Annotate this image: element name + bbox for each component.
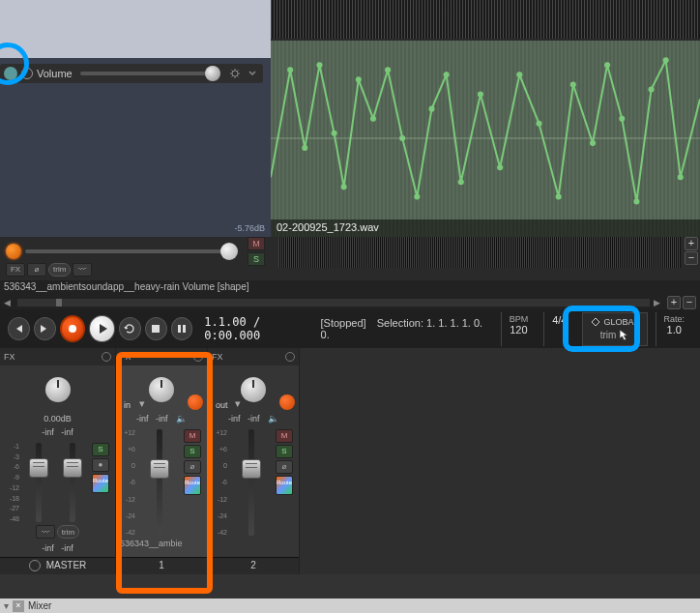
peak-r: -inf	[248, 414, 260, 423]
chevron-down-icon[interactable]: ▾	[235, 397, 241, 410]
trim-button[interactable]: trim	[57, 525, 79, 539]
info-icon[interactable]	[29, 560, 41, 571]
fader-handle[interactable]	[29, 458, 48, 478]
waveform-overview[interactable]	[271, 0, 700, 39]
mixer-channel-2: FX out ▾ -inf -inf 🔈 +12+60-6-12-24-42	[208, 348, 300, 574]
solo-button[interactable]: S	[92, 443, 109, 456]
mixer-channel-1: FX in ▾ -inf -inf 🔈 +12+60-6-12-24-42	[116, 348, 208, 574]
bpm-box[interactable]: BPM 120	[501, 312, 537, 346]
fader-scale: +12+60-6-12-24-42	[212, 429, 227, 536]
chevron-down-icon[interactable]: ▾	[139, 397, 145, 410]
play-button[interactable]	[89, 315, 115, 342]
env-icon[interactable]: 〰	[73, 263, 92, 277]
mixer-panel: FX 0.00dB -inf -inf -1-3-6-9-12-18-27-48	[0, 348, 700, 574]
loop-button[interactable]	[119, 317, 141, 340]
record-arm-button[interactable]	[279, 394, 295, 410]
svg-point-3	[316, 62, 322, 68]
fader-handle[interactable]	[63, 458, 82, 478]
clip-filename: 02-200925_1723.wav	[271, 219, 700, 237]
fx-label[interactable]: FX	[120, 352, 131, 362]
svg-point-21	[604, 62, 610, 68]
waveform-thumbnail[interactable]	[278, 237, 681, 268]
horizontal-scrollbar[interactable]: ◀ ▶ + −	[0, 296, 700, 309]
zoom-in-button[interactable]: +	[685, 237, 698, 250]
phase-icon[interactable]: ø	[27, 263, 46, 277]
scroll-right-icon[interactable]: ▶	[654, 298, 663, 307]
mute-button[interactable]: M	[184, 429, 201, 443]
record-arm-button[interactable]	[6, 244, 21, 259]
rate-value[interactable]: 1.0	[667, 324, 682, 336]
peak-r: -inf	[61, 427, 73, 437]
solo-button[interactable]: S	[276, 445, 293, 458]
global-envelope-box[interactable]: GLOBAL trim	[582, 312, 647, 346]
speaker-icon[interactable]: 🔈	[176, 414, 187, 423]
stop-button[interactable]	[145, 317, 167, 340]
fx-button[interactable]: FX	[6, 263, 25, 277]
zoom-out-button[interactable]: −	[685, 251, 698, 265]
record-arm-button[interactable]	[188, 394, 203, 410]
trim-button[interactable]: trim	[48, 263, 71, 277]
hzoom-out-button[interactable]: −	[683, 296, 696, 309]
pan-knob[interactable]	[149, 377, 174, 402]
phase-button[interactable]: ø	[184, 460, 201, 474]
envelope-editor[interactable]: 02-200925_1723.wav	[271, 41, 700, 237]
chevron-down-icon[interactable]: ▾	[4, 600, 9, 611]
input-label[interactable]: in	[124, 400, 131, 410]
goto-end-button[interactable]	[34, 317, 56, 340]
volume-slider[interactable]	[80, 72, 220, 75]
timesig-value[interactable]: 4/4	[552, 314, 567, 326]
chevron-down-icon[interactable]	[246, 67, 259, 80]
volume-envelope-bar[interactable]: Volume	[0, 64, 263, 83]
track-slider-thumb[interactable]	[220, 243, 238, 260]
close-icon[interactable]: ×	[13, 600, 24, 612]
fader-handle[interactable]	[150, 459, 169, 479]
channel-fader[interactable]	[157, 429, 162, 536]
pan-knob[interactable]	[45, 377, 71, 402]
fx-label[interactable]: FX	[212, 352, 223, 362]
svg-point-12	[444, 72, 450, 77]
speaker-icon[interactable]: 🔈	[268, 414, 278, 423]
scroll-left-icon[interactable]: ◀	[4, 298, 14, 307]
bpm-value[interactable]: 120	[510, 324, 527, 336]
svg-point-19	[570, 81, 576, 87]
output-label[interactable]: out	[216, 400, 228, 410]
channel-number[interactable]: 1	[116, 557, 207, 574]
goto-start-button[interactable]	[8, 317, 30, 340]
timecode-display[interactable]: 1.1.00 / 0:00.000	[204, 315, 316, 342]
route-button[interactable]: Route	[184, 476, 201, 495]
track-volume-slider[interactable]	[25, 249, 238, 253]
channel-fader[interactable]	[248, 429, 254, 536]
peak-l: -inf	[136, 414, 149, 423]
mute-button[interactable]: M	[276, 429, 293, 443]
svg-point-7	[370, 116, 376, 122]
fader-handle[interactable]	[242, 459, 261, 479]
mixer-tab[interactable]: Mixer	[28, 600, 51, 611]
solo-button[interactable]: S	[184, 445, 201, 458]
master-fader-l[interactable]	[36, 443, 42, 522]
hzoom-in-button[interactable]: +	[667, 296, 681, 309]
rate-box[interactable]: Rate: 1.0	[656, 312, 693, 346]
scroll-thumb[interactable]	[56, 299, 62, 306]
svg-point-11	[428, 106, 434, 112]
svg-point-6	[356, 76, 362, 82]
power-icon[interactable]	[193, 352, 203, 362]
pause-button[interactable]	[171, 317, 193, 340]
mono-button[interactable]: ●	[92, 458, 109, 472]
fx-label[interactable]: FX	[4, 352, 15, 362]
channel-number[interactable]: 2	[208, 557, 299, 574]
record-button[interactable]	[60, 315, 86, 342]
volume-slider-thumb[interactable]	[205, 66, 220, 81]
phase-button[interactable]: ø	[276, 460, 293, 474]
pan-knob[interactable]	[241, 377, 266, 402]
scroll-track[interactable]	[17, 299, 650, 306]
route-button[interactable]: Route	[92, 474, 109, 493]
power-icon[interactable]	[102, 352, 111, 362]
svg-rect-31	[183, 325, 186, 333]
env-icon[interactable]: 〰	[36, 525, 55, 539]
timesig-box[interactable]: 4/4	[543, 312, 574, 346]
master-fader-r[interactable]	[70, 443, 75, 522]
gear-icon[interactable]	[228, 67, 242, 80]
mute-button[interactable]: M	[248, 237, 265, 250]
route-button[interactable]: Route	[276, 476, 293, 495]
power-icon[interactable]	[285, 352, 295, 362]
